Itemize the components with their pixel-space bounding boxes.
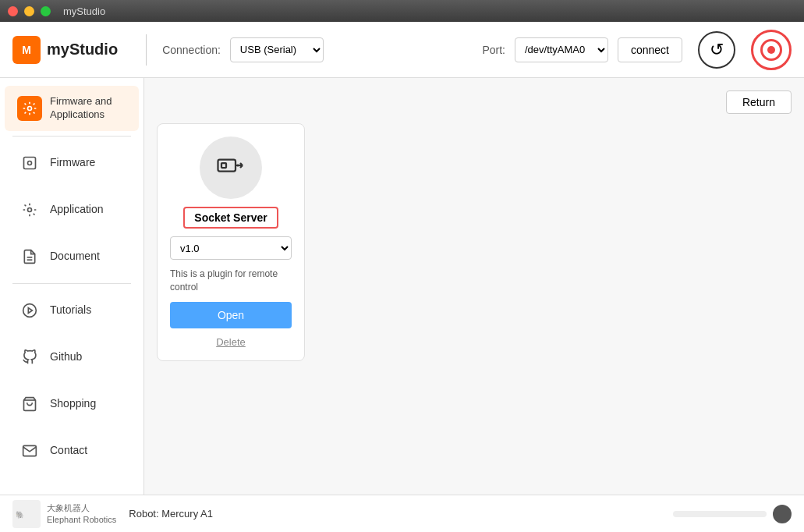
svg-marker-7 [28,307,32,313]
sidebar-item-github[interactable]: Github [5,335,139,379]
plugin-description: This is a plugin for remote control [170,268,292,294]
plugin-delete-button[interactable]: Delete [216,336,246,348]
svg-text:🐘: 🐘 [16,510,25,520]
firmware-apps-icon [17,96,42,121]
status-indicator [773,505,792,523]
document-icon [17,244,42,269]
sidebar-item-tutorials[interactable]: Tutorials [5,289,139,332]
sidebar-item-firmware-and-applications[interactable]: Firmware andApplications [5,86,139,131]
robot-info: Robot: Mercury A1 [129,508,213,520]
connection-label: Connection: [162,44,221,56]
svg-rect-1 [24,157,36,168]
github-icon [17,345,42,370]
application-icon [17,197,42,222]
firmware-label: Firmware [50,156,95,169]
tutorials-icon [17,298,42,323]
firmware-icon [17,151,42,176]
titlebar-title: myStudio [63,5,105,17]
svg-point-6 [23,303,37,317]
port-label: Port: [482,44,505,56]
svg-point-3 [28,207,32,211]
svg-rect-10 [221,163,226,168]
sidebar-item-shopping[interactable]: Shopping [5,382,139,426]
bottom-bar: 🐘 大象机器人 Elephant Robotics Robot: Mercury… [0,495,804,532]
sidebar-item-application[interactable]: Application [5,188,139,232]
contact-label: Contact [50,444,87,457]
contact-icon [17,438,42,463]
svg-point-14 [237,165,239,167]
tutorials-label: Tutorials [50,303,91,317]
emergency-stop-button[interactable] [751,30,792,70]
plugin-icon [200,137,262,199]
stop-icon [759,37,784,62]
connect-button[interactable]: connect [618,37,682,62]
titlebar: myStudio [0,0,804,22]
close-button[interactable] [8,6,18,16]
logo-icon: M [12,36,41,64]
app-title: myStudio [47,41,118,59]
svg-point-2 [28,161,32,165]
elephant-logo-icon: 🐘 [12,500,41,528]
sidebar-divider-2 [12,283,131,284]
connection-select[interactable]: USB (Serial) [230,37,324,62]
main-content: Return [144,78,804,495]
svg-point-0 [28,106,32,110]
shopping-icon [17,392,42,417]
cards-area: Socket Server v1.0 v1.1 v1.2 This is a p… [157,123,792,361]
github-label: Github [50,350,82,364]
header-divider [146,34,147,66]
reset-button[interactable]: ↺ [698,31,735,69]
sidebar-divider-1 [12,136,131,137]
app: M myStudio Connection: USB (Serial) Port… [0,22,804,532]
return-area: Return [157,90,792,114]
plugin-card-socket-server: Socket Server v1.0 v1.1 v1.2 This is a p… [157,123,305,361]
firmware-apps-label: Firmware andApplications [50,95,112,122]
body: Firmware andApplications Firmware [0,78,804,495]
sidebar-item-contact[interactable]: Contact [5,429,139,473]
maximize-button[interactable] [41,6,51,16]
reset-icon: ↺ [710,40,724,60]
plugin-version-select[interactable]: v1.0 v1.1 v1.2 [170,236,292,260]
return-button[interactable]: Return [726,90,792,114]
sidebar-item-document[interactable]: Document [5,235,139,278]
sidebar-item-firmware[interactable]: Firmware [5,141,139,185]
plugin-open-button[interactable]: Open [170,302,292,328]
logo-area: M myStudio [12,36,118,64]
company-name: 大象机器人 Elephant Robotics [47,502,116,525]
port-select[interactable]: /dev/ttyAMA0 [515,37,608,62]
header: M myStudio Connection: USB (Serial) Port… [0,22,804,78]
document-label: Document [50,250,100,263]
minimize-button[interactable] [24,6,34,16]
progress-bar [673,511,767,517]
plugin-name: Socket Server [183,207,278,229]
sidebar: Firmware andApplications Firmware [0,78,144,495]
shopping-label: Shopping [50,397,96,410]
application-label: Application [50,203,104,216]
bottom-logo-area: 🐘 大象机器人 Elephant Robotics [12,500,116,528]
